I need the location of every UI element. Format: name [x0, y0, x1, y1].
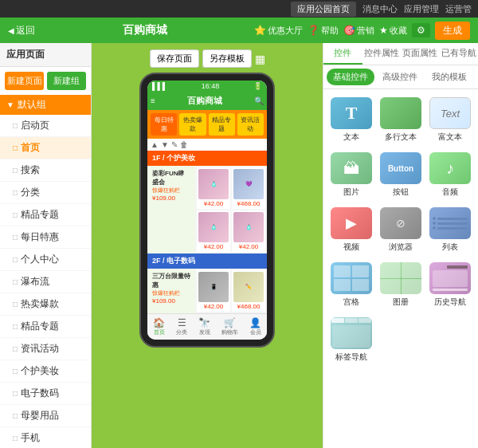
- product-image: ✏️: [233, 272, 264, 302]
- nav-action-marketing[interactable]: 🎯营销: [343, 25, 374, 37]
- search-icon[interactable]: 🔍: [254, 96, 264, 105]
- phone-footer: 🏠 首页 ☰ 分类 🔭 发现 🛒 购物车: [147, 313, 267, 340]
- widget-multiline[interactable]: 多行文本: [378, 94, 424, 146]
- footer-item-home[interactable]: 🏠 首页: [153, 317, 165, 336]
- top-nav-item-msg[interactable]: 消息中心: [362, 3, 398, 15]
- category-icon: ☰: [176, 317, 187, 328]
- widget-list[interactable]: 列表: [427, 204, 473, 256]
- button-widget-icon: Button: [380, 152, 421, 184]
- product-item[interactable]: 🧴 ¥42.00: [197, 167, 230, 209]
- sidebar-item-news[interactable]: 资讯活动: [0, 338, 91, 360]
- app-title: 百购商城: [38, 23, 251, 37]
- richtext-widget-icon: Text: [429, 97, 471, 129]
- top-nav-item-ops[interactable]: 运营管: [445, 3, 472, 15]
- widget-tabnav[interactable]: 标签导航: [328, 314, 374, 366]
- right-panel-tabs: 控件 控件属性 页面属性 已有导航: [323, 43, 478, 65]
- new-group-button[interactable]: 新建组: [47, 72, 86, 90]
- group-label: 默认组: [18, 98, 46, 112]
- sidebar-item-daily[interactable]: 每日特惠: [0, 226, 91, 249]
- sidebar-item-profile[interactable]: 个人中心: [0, 249, 91, 271]
- product-image: 🧴: [233, 212, 264, 242]
- footer-item-category[interactable]: ☰ 分类: [176, 317, 187, 336]
- sidebar-item-category[interactable]: 分类: [0, 182, 91, 204]
- top-nav-item-mgmt[interactable]: 应用管理: [404, 3, 439, 15]
- product-item[interactable]: 🧴 ¥42.00: [232, 210, 265, 252]
- widget-browser[interactable]: ⊘ 浏览器: [378, 204, 424, 256]
- product-item[interactable]: 🧴 ¥42.00: [197, 210, 230, 252]
- phone-app-title: 百购商城: [187, 95, 222, 107]
- sidebar-item-phone[interactable]: 手机: [0, 427, 91, 448]
- generate-button[interactable]: 生成: [435, 22, 470, 40]
- widget-tab-advanced[interactable]: 高级控件: [376, 69, 424, 85]
- nav-action-vip[interactable]: ⭐优惠大厅: [254, 25, 303, 37]
- sidebar-item-hot[interactable]: 热卖爆款: [0, 293, 91, 316]
- gallery-imgs: [380, 262, 421, 294]
- nav-action-help[interactable]: ❓帮助: [308, 25, 339, 37]
- phone-content[interactable]: 每日特惠 热卖爆款 精品专题 资讯活动 ▲ ▼ ✎ 🗑 1F / 个护美妆: [147, 110, 267, 313]
- sort-up-icon[interactable]: ▲: [151, 140, 159, 149]
- sidebar-item-home[interactable]: 首页: [0, 137, 91, 159]
- tab-widgets[interactable]: 控件: [323, 43, 362, 65]
- sidebar-item-startup[interactable]: 启动页: [0, 115, 91, 137]
- widget-tab-mytemplate[interactable]: 我的模板: [425, 69, 473, 85]
- banner-item-hot[interactable]: 热卖爆款: [179, 113, 206, 136]
- nav-action-collect[interactable]: ★收藏: [379, 25, 407, 37]
- alt-template-button[interactable]: 另存模板: [202, 49, 252, 68]
- sidebar-item-featured2[interactable]: 精品专题: [0, 316, 91, 338]
- right-panel: 控件 控件属性 页面属性 已有导航 基础控件 高级控件 我的模板 T 文本: [323, 43, 478, 448]
- banner-item-news[interactable]: 资讯活动: [237, 113, 264, 136]
- sidebar-item-featured[interactable]: 精品专题: [0, 204, 91, 226]
- widget-video[interactable]: ▶ 视频: [328, 204, 374, 256]
- save-page-button[interactable]: 保存页面: [150, 49, 199, 68]
- sort-toolbar: ▲ ▼ ✎ 🗑: [147, 139, 267, 151]
- footer-item-cart[interactable]: 🛒 购物车: [221, 317, 238, 336]
- grid-cells: [331, 262, 372, 294]
- sidebar-item-beauty[interactable]: 个护美妆: [0, 360, 91, 383]
- widget-richtext[interactable]: Text 富文本: [427, 94, 473, 146]
- list-lines: [429, 214, 471, 233]
- widget-tab-basic[interactable]: 基础控件: [327, 69, 374, 85]
- sidebar-item-search[interactable]: 搜索: [0, 159, 91, 182]
- tab-nav[interactable]: 已有导航: [440, 43, 479, 65]
- section2-price: ¥109.00: [152, 297, 190, 305]
- main-layout: 应用页面 新建页面 新建组 ▼ 默认组 启动页 首页 搜索 分类 精品专题 每日…: [0, 43, 478, 448]
- edit-icon[interactable]: ✎: [171, 140, 178, 149]
- widget-image[interactable]: 🏔 图片: [328, 149, 374, 201]
- footer-item-member[interactable]: 👤 会员: [249, 317, 261, 336]
- widget-tabnav-label: 标签导航: [335, 352, 367, 363]
- settings-button[interactable]: ⚙: [412, 23, 430, 37]
- top-nav-item-home[interactable]: 应用公园首页: [291, 2, 356, 17]
- widget-text[interactable]: T 文本: [328, 94, 374, 146]
- footer-label-discover: 发现: [199, 329, 210, 335]
- widget-grid[interactable]: 宫格: [328, 259, 374, 311]
- widget-history[interactable]: 历史导航: [427, 259, 473, 311]
- nav-actions: ⭐优惠大厅 ❓帮助 🎯营销 ★收藏 ⚙ 生成: [254, 22, 470, 40]
- widget-multiline-label: 多行文本: [385, 132, 417, 143]
- banner-item-featured[interactable]: 精品专题: [209, 113, 235, 136]
- product-item[interactable]: 📱 ¥42.00: [197, 270, 230, 312]
- tabnav-widget-icon: [331, 317, 372, 349]
- widget-gallery[interactable]: 图册: [378, 259, 424, 311]
- product-item[interactable]: 💜 ¥468.00: [232, 167, 265, 209]
- widget-button[interactable]: Button 按钮: [378, 149, 424, 201]
- tab-widget-props[interactable]: 控件属性: [362, 43, 402, 65]
- delete-icon[interactable]: 🗑: [180, 140, 188, 149]
- footer-item-discover[interactable]: 🔭 发现: [198, 317, 210, 336]
- product-image: 💜: [233, 169, 264, 199]
- sidebar-item-waterfall[interactable]: 瀑布流: [0, 271, 91, 293]
- section2-detail: 三万台限量特惠 惊爆狂购栏 ¥109.00: [147, 269, 195, 313]
- sidebar-item-baby[interactable]: 母婴用品: [0, 405, 91, 427]
- new-page-button[interactable]: 新建页面: [5, 72, 44, 90]
- product-item[interactable]: ✏️ ¥468.00: [232, 270, 265, 312]
- sidebar-item-electronics[interactable]: 电子数码: [0, 383, 91, 405]
- section1-detail: 姿彩FUN肆盛会 惊爆狂购栏 ¥109.00: [147, 166, 195, 253]
- footer-label-cart: 购物车: [221, 329, 238, 335]
- text-widget-icon: T: [331, 97, 372, 129]
- back-button[interactable]: 返回: [8, 24, 35, 37]
- sort-down-icon[interactable]: ▼: [161, 140, 169, 149]
- widget-audio[interactable]: ♪ 音频: [427, 149, 473, 201]
- sidebar-group-default[interactable]: ▼ 默认组: [0, 95, 91, 115]
- banner-item-daily[interactable]: 每日特惠: [151, 113, 177, 136]
- tab-page-props[interactable]: 页面属性: [401, 43, 440, 65]
- product-price: ¥42.00: [233, 243, 264, 250]
